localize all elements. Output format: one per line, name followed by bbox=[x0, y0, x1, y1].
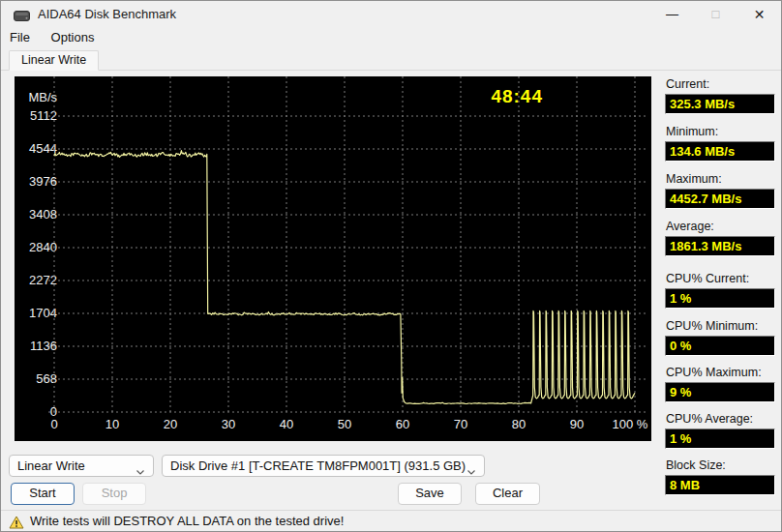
svg-text:100 %: 100 % bbox=[613, 417, 648, 431]
menu-options[interactable]: Options bbox=[43, 28, 104, 46]
svg-text:90: 90 bbox=[570, 417, 584, 431]
stat-value: 325.3 MB/s bbox=[665, 94, 775, 114]
svg-text:3976: 3976 bbox=[29, 174, 57, 189]
stat-cpu-current: CPU% Current: 1 % bbox=[665, 272, 775, 309]
svg-text:1704: 1704 bbox=[29, 306, 57, 320]
svg-text:2272: 2272 bbox=[29, 273, 57, 287]
save-button[interactable]: Save bbox=[398, 483, 462, 505]
stat-value: 1861.3 MB/s bbox=[665, 236, 775, 256]
tab-strip: Linear Write bbox=[1, 51, 781, 71]
stat-value: 9 % bbox=[665, 382, 775, 402]
stat-label: Average: bbox=[666, 220, 775, 233]
stat-value: 1 % bbox=[665, 288, 775, 309]
close-button[interactable]: ✕ bbox=[737, 1, 781, 28]
menu-bar: File Options bbox=[1, 28, 781, 49]
stat-current: Current: 325.3 MB/s bbox=[665, 77, 775, 114]
stat-label: CPU% Current: bbox=[666, 272, 775, 285]
disk-drive-icon bbox=[14, 10, 30, 24]
tab-linear-write[interactable]: Linear Write bbox=[9, 50, 99, 71]
stat-value: 8 MB bbox=[665, 475, 775, 495]
benchmark-chart-svg: 5112454439763408284022721704113656800102… bbox=[15, 76, 651, 441]
svg-text:48:44: 48:44 bbox=[491, 86, 543, 106]
test-type-select[interactable]: Linear Write bbox=[9, 455, 154, 477]
warning-icon bbox=[9, 515, 24, 532]
svg-text:40: 40 bbox=[280, 417, 293, 431]
svg-text:80: 80 bbox=[512, 417, 526, 431]
window-title: AIDA64 Disk Benchmark bbox=[38, 7, 176, 21]
stat-label: CPU% Maximum: bbox=[666, 366, 775, 379]
svg-text:3408: 3408 bbox=[29, 207, 57, 222]
menu-file[interactable]: File bbox=[1, 28, 39, 46]
chevron-down-icon bbox=[135, 461, 145, 477]
stat-label: Minimum: bbox=[666, 125, 775, 138]
svg-text:30: 30 bbox=[222, 417, 235, 431]
svg-text:50: 50 bbox=[338, 417, 351, 431]
svg-text:70: 70 bbox=[454, 417, 467, 431]
svg-text:4544: 4544 bbox=[29, 141, 57, 156]
disk-drive-select[interactable]: Disk Drive #1 [T-CREATE TM8FPM001T] (931… bbox=[162, 455, 485, 477]
stat-label: Block Size: bbox=[666, 458, 775, 472]
svg-text:5112: 5112 bbox=[30, 108, 57, 123]
svg-text:568: 568 bbox=[36, 371, 57, 386]
stat-minimum: Minimum: 134.6 MB/s bbox=[665, 125, 775, 162]
stat-label: Current: bbox=[666, 77, 775, 91]
chevron-down-icon bbox=[466, 461, 476, 477]
svg-text:2840: 2840 bbox=[29, 240, 57, 254]
stop-button: Stop bbox=[82, 483, 146, 505]
svg-text:10: 10 bbox=[105, 417, 119, 431]
title-bar[interactable]: AIDA64 Disk Benchmark — □ ✕ bbox=[1, 1, 781, 28]
stat-average: Average: 1861.3 MB/s bbox=[665, 220, 775, 256]
svg-text:20: 20 bbox=[164, 417, 177, 431]
stat-value: 134.6 MB/s bbox=[665, 141, 775, 162]
maximize-button: □ bbox=[694, 1, 737, 28]
stat-block-size: Block Size: 8 MB bbox=[665, 458, 775, 495]
svg-text:60: 60 bbox=[396, 417, 409, 431]
test-type-value: Linear Write bbox=[17, 458, 85, 473]
disk-drive-value: Disk Drive #1 [T-CREATE TM8FPM001T] (931… bbox=[170, 458, 466, 473]
stat-label: CPU% Minimum: bbox=[666, 319, 775, 333]
status-warning-text: Write tests will DESTROY ALL DATA on the… bbox=[30, 511, 344, 532]
stat-value: 1 % bbox=[665, 429, 775, 449]
stat-label: Maximum: bbox=[666, 172, 775, 186]
stat-label: CPU% Average: bbox=[666, 412, 775, 426]
svg-text:MB/s: MB/s bbox=[28, 90, 57, 104]
stat-cpu-maximum: CPU% Maximum: 9 % bbox=[665, 366, 775, 402]
stat-cpu-minimum: CPU% Minimum: 0 % bbox=[665, 319, 775, 356]
benchmark-chart: 5112454439763408284022721704113656800102… bbox=[15, 76, 651, 441]
start-button[interactable]: Start bbox=[11, 483, 75, 505]
stat-value: 0 % bbox=[665, 336, 775, 356]
app-window: AIDA64 Disk Benchmark — □ ✕ File Options… bbox=[0, 0, 782, 532]
clear-button[interactable]: Clear bbox=[475, 483, 540, 505]
stat-maximum: Maximum: 4452.7 MB/s bbox=[665, 172, 775, 209]
minimize-button[interactable]: — bbox=[650, 1, 694, 28]
svg-text:0: 0 bbox=[50, 417, 57, 431]
stat-value: 4452.7 MB/s bbox=[665, 189, 775, 209]
svg-text:1136: 1136 bbox=[30, 339, 57, 353]
status-bar: Write tests will DESTROY ALL DATA on the… bbox=[1, 510, 781, 532]
stat-cpu-average: CPU% Average: 1 % bbox=[665, 412, 775, 449]
stats-panel: Current: 325.3 MB/s Minimum: 134.6 MB/s … bbox=[665, 77, 775, 498]
